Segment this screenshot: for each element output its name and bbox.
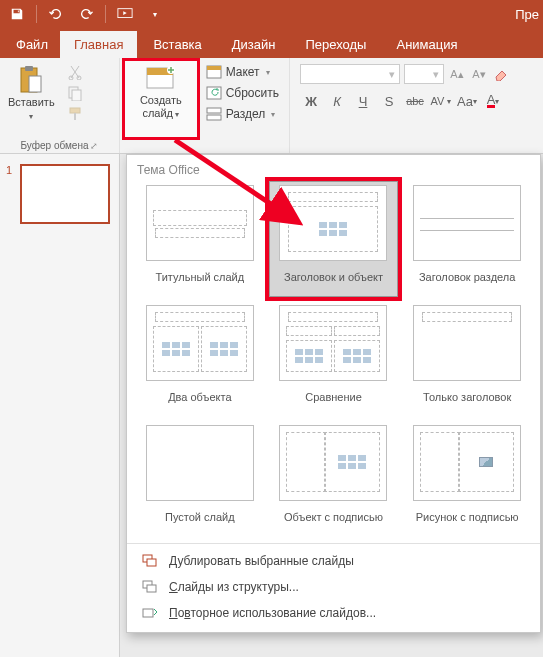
font-size-combo[interactable]: ▾ [404, 64, 444, 84]
svg-rect-14 [207, 66, 221, 70]
paste-button[interactable]: Вставить▾ [4, 60, 59, 138]
slide-thumbnail-1[interactable]: 1 [6, 164, 113, 224]
reset-button[interactable]: Сбросить [200, 83, 285, 103]
clipboard-group-label: Буфер обмена⤢ [4, 140, 115, 153]
grow-font-icon[interactable]: A▴ [448, 65, 466, 83]
paste-label: Вставить [8, 96, 55, 108]
svg-rect-22 [143, 609, 153, 617]
svg-rect-15 [207, 87, 221, 99]
layout-two-content[interactable]: Два объекта [135, 301, 265, 417]
shadow-button[interactable]: S [378, 90, 400, 112]
quick-access-toolbar: ▾ [0, 3, 172, 25]
redo-icon[interactable] [75, 3, 97, 25]
tab-home[interactable]: Главная [60, 31, 137, 58]
ribbon: Вставить▾ Буфер обмена⤢ Создать слайд ▾ … [0, 58, 543, 154]
bold-button[interactable]: Ж [300, 90, 322, 112]
shrink-font-icon[interactable]: A▾ [470, 65, 488, 83]
slide-preview [20, 164, 110, 224]
layout-title-content[interactable]: Заголовок и объект [269, 181, 399, 297]
font-color-button[interactable]: A▾ [482, 90, 504, 112]
svg-rect-3 [29, 76, 41, 92]
layout-content-caption[interactable]: Объект с подписью [269, 421, 399, 537]
layout-title-only[interactable]: Только заголовок [402, 301, 532, 417]
reuse-icon [141, 605, 159, 621]
char-spacing-button[interactable]: AV ▾ [430, 90, 452, 112]
group-slides: Создать слайд ▾ Макет▾ Сбросить Раздел▾ [120, 58, 290, 153]
section-button[interactable]: Раздел▾ [200, 104, 285, 124]
menu-slides-from-outline[interactable]: Слайды из структуры... [127, 574, 540, 600]
svg-rect-9 [74, 113, 76, 120]
strikethrough-button[interactable]: abc [404, 90, 426, 112]
svg-rect-17 [207, 115, 221, 120]
svg-rect-8 [70, 108, 80, 113]
tab-transitions[interactable]: Переходы [291, 31, 380, 58]
outline-icon [141, 579, 159, 595]
slideshow-icon[interactable] [114, 3, 136, 25]
layout-section-header[interactable]: Заголовок раздела [402, 181, 532, 297]
layout-title-slide[interactable]: Титульный слайд [135, 181, 265, 297]
window-title: Пре [515, 7, 543, 22]
tab-animations[interactable]: Анимация [382, 31, 471, 58]
italic-button[interactable]: К [326, 90, 348, 112]
gallery-header: Тема Office [127, 155, 540, 181]
svg-rect-2 [25, 66, 33, 71]
save-icon[interactable] [6, 3, 28, 25]
format-painter-button[interactable] [61, 104, 89, 124]
font-name-combo[interactable]: ▾ [300, 64, 400, 84]
copy-button[interactable] [61, 83, 89, 103]
title-bar: ▾ Пре [0, 0, 543, 28]
cut-button[interactable] [61, 62, 89, 82]
svg-rect-19 [147, 559, 156, 566]
slide-thumbnails-panel: 1 [0, 154, 120, 657]
tab-design[interactable]: Дизайн [218, 31, 290, 58]
new-slide-button[interactable]: Создать слайд ▾ [124, 60, 198, 138]
clear-format-icon[interactable] [492, 65, 510, 83]
svg-rect-16 [207, 108, 221, 113]
change-case-button[interactable]: Aa▾ [456, 90, 478, 112]
tab-file[interactable]: Файл [6, 31, 58, 58]
new-slide-gallery: Тема Office Титульный слайд Заголовок и … [126, 154, 541, 633]
group-clipboard: Вставить▾ Буфер обмена⤢ [0, 58, 120, 153]
slide-number: 1 [6, 164, 16, 224]
layout-picture-caption[interactable]: Рисунок с подписью [402, 421, 532, 537]
ribbon-tabs: Файл Главная Вставка Дизайн Переходы Ани… [0, 28, 543, 58]
underline-button[interactable]: Ч [352, 90, 374, 112]
tab-insert[interactable]: Вставка [139, 31, 215, 58]
menu-duplicate-slides[interactable]: Дублировать выбранные слайды [127, 548, 540, 574]
layout-comparison[interactable]: Сравнение [269, 301, 399, 417]
svg-rect-21 [147, 585, 156, 592]
menu-reuse-slides[interactable]: Повторное использование слайдов... [127, 600, 540, 626]
qat-customize-icon[interactable]: ▾ [144, 3, 166, 25]
svg-rect-7 [72, 90, 81, 101]
layout-button[interactable]: Макет▾ [200, 62, 285, 82]
undo-icon[interactable] [45, 3, 67, 25]
duplicate-icon [141, 553, 159, 569]
group-font: ▾ ▾ A▴ A▾ Ж К Ч S abc AV ▾ Aa▾ A▾ [290, 58, 543, 153]
layout-blank[interactable]: Пустой слайд [135, 421, 265, 537]
